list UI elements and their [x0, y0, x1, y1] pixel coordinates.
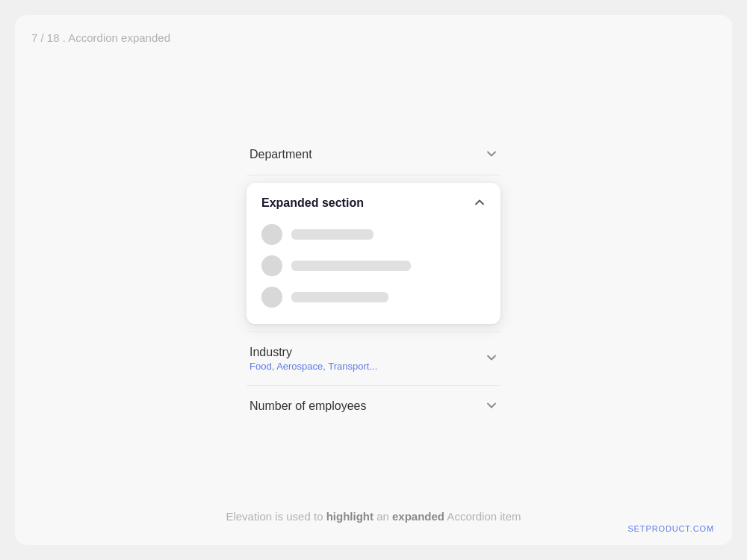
- accordion-expanded-wrapper: Expanded section: [247, 175, 500, 332]
- accordion-container: Department Expanded section: [247, 134, 500, 426]
- page-label: 7 / 18 . Accordion expanded: [31, 31, 170, 44]
- skeleton-circle-3: [261, 287, 282, 308]
- accordion-item-label-employees: Number of employees: [249, 399, 367, 413]
- accordion-expanded-card: Expanded section: [247, 183, 500, 324]
- accordion-item-industry-text: Industry Food, Aerospace, Transport...: [249, 346, 377, 372]
- skeleton-circle-2: [261, 255, 282, 276]
- accordion-item-employees[interactable]: Number of employees: [247, 386, 500, 426]
- footer-text-mid: an: [374, 510, 392, 523]
- accordion-item-label-industry: Industry: [249, 346, 377, 359]
- brand-label[interactable]: SETPRODUCT.COM: [627, 524, 714, 533]
- skeleton-bar-3: [291, 292, 388, 302]
- content-area: Department Expanded section: [15, 15, 732, 545]
- skeleton-row-3: [261, 287, 486, 308]
- skeleton-circle-1: [261, 224, 282, 245]
- accordion-expanded-title: Expanded section: [261, 196, 364, 210]
- footer-description: Elevation is used to highlight an expand…: [15, 510, 732, 523]
- skeleton-bar-1: [291, 229, 374, 240]
- accordion-item-sublabel-industry: Food, Aerospace, Transport...: [249, 361, 377, 372]
- accordion-expanded-header[interactable]: Expanded section: [261, 196, 486, 211]
- footer-text-bold2: expanded: [392, 510, 444, 523]
- chevron-down-icon-industry: [486, 352, 498, 365]
- accordion-item-label-department: Department: [249, 148, 312, 161]
- accordion-item-department[interactable]: Department: [247, 134, 500, 175]
- footer-text-bold1: highlight: [326, 510, 374, 523]
- accordion-item-industry[interactable]: Industry Food, Aerospace, Transport...: [247, 332, 500, 385]
- chevron-down-icon-employees: [486, 399, 498, 413]
- skeleton-row-2: [261, 255, 486, 276]
- chevron-down-icon-department: [486, 148, 498, 161]
- skeleton-row-1: [261, 224, 486, 245]
- main-card: 7 / 18 . Accordion expanded Department E…: [15, 15, 732, 545]
- footer-text-plain: Elevation is used to: [226, 510, 326, 523]
- footer-text-end: Accordion item: [444, 510, 521, 523]
- skeleton-bar-2: [291, 261, 411, 271]
- chevron-up-icon: [474, 196, 486, 211]
